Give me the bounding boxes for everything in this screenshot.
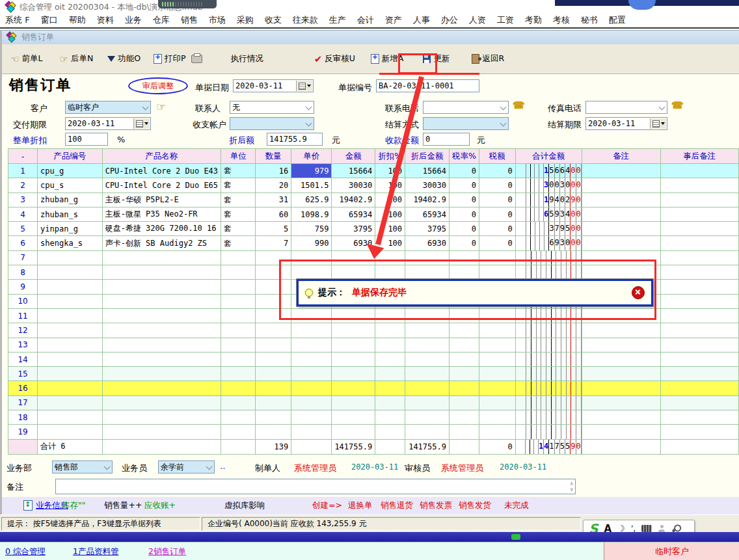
cell-post-remark[interactable]: [660, 367, 738, 381]
cell-remark[interactable]: [582, 222, 660, 236]
menu-item-10[interactable]: 往来款: [293, 14, 318, 26]
cell-product-code[interactable]: [38, 250, 103, 265]
quick-link-10[interactable]: 未完成: [504, 500, 529, 511]
cell-total-amount[interactable]: [515, 338, 582, 352]
cell-product-name[interactable]: [102, 338, 221, 352]
cell-amount[interactable]: 6930: [332, 236, 375, 250]
cell-tax[interactable]: [479, 352, 515, 366]
order-discount-input[interactable]: 100: [65, 133, 108, 146]
fax-combo[interactable]: [585, 101, 667, 114]
cell-qty[interactable]: [256, 395, 291, 410]
cell-unit[interactable]: 套: [221, 222, 256, 236]
cell-qty[interactable]: [256, 308, 291, 323]
menu-item-6[interactable]: 销售: [181, 14, 198, 26]
cell-product-code[interactable]: [38, 367, 103, 381]
window-tab-2[interactable]: 2销售订单: [148, 546, 186, 557]
quick-link-9[interactable]: 销售发货: [459, 500, 491, 511]
cell-product-code[interactable]: shengka_s: [38, 236, 103, 250]
cell-price[interactable]: 625.9: [291, 193, 332, 207]
cell-product-name[interactable]: [102, 308, 221, 323]
cell-remark[interactable]: [582, 178, 660, 193]
print-button[interactable]: 打印P: [154, 53, 186, 64]
cell-product-code[interactable]: cpu_g: [38, 164, 103, 178]
cell-product-code[interactable]: zhuban_g: [38, 193, 103, 207]
cell-remark[interactable]: [582, 236, 660, 250]
cell-amount[interactable]: [332, 395, 375, 410]
cell-tax-rate[interactable]: [449, 338, 479, 352]
cell-price[interactable]: 979: [291, 164, 332, 178]
cell-qty[interactable]: [256, 265, 291, 280]
cell-remark[interactable]: [582, 367, 660, 381]
cell-product-code[interactable]: [38, 352, 103, 366]
cell-post-remark[interactable]: [660, 164, 738, 178]
cell-tax[interactable]: 0: [479, 207, 515, 221]
cell-tax-rate[interactable]: [449, 381, 479, 395]
cell-after-discount[interactable]: 19402.9: [405, 193, 450, 207]
cell-product-code[interactable]: cpu_s: [38, 178, 103, 193]
row-number[interactable]: 12: [8, 323, 38, 338]
cell-price[interactable]: [291, 367, 332, 381]
cell-remark[interactable]: [582, 193, 660, 207]
cell-remark[interactable]: [582, 250, 660, 265]
cell-discount[interactable]: 100: [375, 178, 405, 193]
add-new-button[interactable]: 新增A: [371, 53, 404, 64]
quick-link-2[interactable]: 销售量++: [104, 500, 142, 511]
cell-price[interactable]: [291, 381, 332, 395]
menu-item-4[interactable]: 业务: [125, 14, 142, 26]
cell-product-code[interactable]: [38, 265, 103, 280]
chevron-down-icon[interactable]: [500, 104, 507, 111]
cell-qty[interactable]: [256, 425, 291, 439]
cell-total-amount[interactable]: 6593400: [515, 207, 582, 221]
cell-unit[interactable]: 套: [221, 207, 256, 221]
cell-tax-rate[interactable]: 0: [449, 236, 479, 250]
cell-unit[interactable]: [221, 280, 256, 294]
settle-method-combo[interactable]: [423, 117, 509, 130]
cell-tax[interactable]: 0: [479, 236, 515, 250]
cell-qty[interactable]: [256, 280, 291, 294]
cell-tax[interactable]: [479, 410, 515, 425]
account-combo[interactable]: [230, 117, 314, 130]
cell-post-remark[interactable]: [660, 193, 738, 207]
cell-discount[interactable]: [375, 338, 405, 352]
menu-item-21[interactable]: 配置: [609, 14, 626, 26]
cell-discount[interactable]: [375, 381, 405, 395]
cell-discount[interactable]: 100: [375, 193, 405, 207]
cell-qty[interactable]: [256, 381, 291, 395]
cell-product-name[interactable]: 主板-华硕 P5PL2-E: [102, 193, 221, 207]
row-number[interactable]: 1: [8, 164, 38, 178]
cell-remark[interactable]: [582, 352, 660, 366]
cell-total-amount[interactable]: 1940290: [515, 193, 582, 207]
cell-tax-rate[interactable]: [449, 367, 479, 381]
cell-remark[interactable]: [582, 308, 660, 323]
quick-link-8[interactable]: 销售发票: [420, 500, 452, 511]
row-number[interactable]: 4: [8, 207, 38, 221]
menu-item-12[interactable]: 会计: [357, 14, 374, 26]
telephone-icon[interactable]: ☎: [671, 100, 684, 111]
cell-tax-rate[interactable]: [449, 395, 479, 410]
cell-product-name[interactable]: 硬盘-希捷 320G 7200.10 16: [102, 222, 221, 236]
cell-tax[interactable]: [479, 323, 515, 338]
chevron-down-icon[interactable]: [500, 120, 507, 127]
cell-total-amount[interactable]: [515, 352, 582, 366]
cell-post-remark[interactable]: [660, 323, 738, 338]
cell-product-name[interactable]: CPU-Intel Core 2 Duo E43: [102, 164, 221, 178]
cell-product-name[interactable]: [102, 352, 221, 366]
cell-tax[interactable]: [479, 338, 515, 352]
cell-after-discount[interactable]: [405, 367, 450, 381]
cell-price[interactable]: [291, 338, 332, 352]
cell-remark[interactable]: [582, 395, 660, 410]
cell-tax-rate[interactable]: [449, 425, 479, 439]
cell-after-discount[interactable]: [405, 323, 450, 338]
cell-amount[interactable]: [332, 410, 375, 425]
row-number[interactable]: 8: [8, 265, 38, 280]
cell-post-remark[interactable]: [660, 250, 738, 265]
cell-after-discount[interactable]: [405, 308, 450, 323]
cell-total-amount[interactable]: [515, 395, 582, 410]
cell-tax-rate[interactable]: [449, 352, 479, 366]
cell-amount[interactable]: 15664: [332, 164, 375, 178]
cell-after-discount[interactable]: [405, 410, 450, 425]
cell-product-code[interactable]: [38, 395, 103, 410]
cell-remark[interactable]: [582, 425, 660, 439]
menu-item-16[interactable]: 人资: [469, 14, 486, 26]
chevron-down-icon[interactable]: [306, 120, 312, 127]
